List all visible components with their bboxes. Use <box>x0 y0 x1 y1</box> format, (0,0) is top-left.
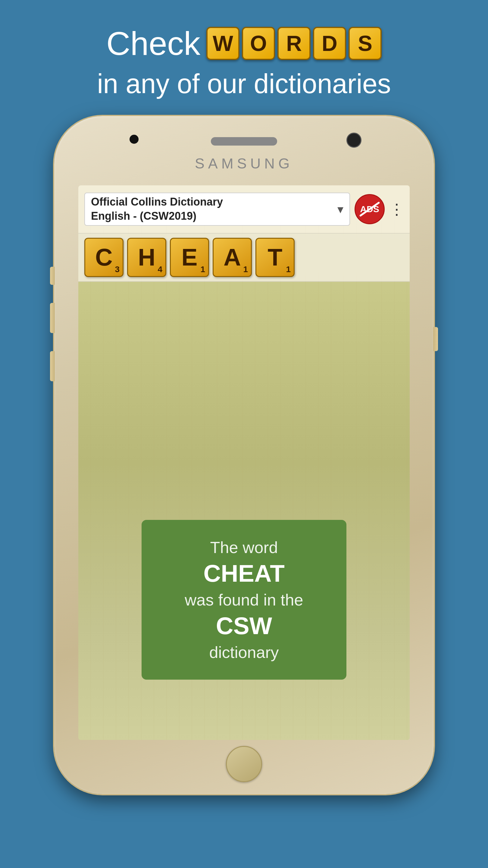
phone-mockup: SAMSUNG Official Collins Dictionary Engl… <box>48 112 440 799</box>
phone-top-hardware: SAMSUNG <box>54 116 434 182</box>
tile-letter-t: T <box>268 245 283 270</box>
letter-tile-h: H 4 <box>127 238 166 277</box>
dictionary-label: Official Collins Dictionary English - (C… <box>91 195 223 223</box>
result-dict-abbr: CSW <box>157 612 331 640</box>
letter-tile-t: T 1 <box>255 238 295 277</box>
word-tile-s: S <box>349 27 382 60</box>
header-section: Check W O R D S in any of our dictionari… <box>0 0 488 112</box>
letter-tiles-row: C 3 H 4 E 1 A 1 T 1 <box>78 234 410 282</box>
result-word: CHEAT <box>157 560 331 587</box>
word-tile-d: D <box>313 27 346 60</box>
phone-body: SAMSUNG Official Collins Dictionary Engl… <box>54 116 434 794</box>
dictionary-line2: English - (CSW2019) <box>91 209 223 223</box>
tile-points-t: 1 <box>286 265 291 274</box>
word-tile-o: O <box>242 27 275 60</box>
word-tile-r: R <box>278 27 311 60</box>
letter-tile-c: C 3 <box>84 238 124 277</box>
phone-power-button <box>433 327 438 351</box>
dictionary-dropdown[interactable]: Official Collins Dictionary English - (C… <box>84 193 350 226</box>
app-bar: Official Collins Dictionary English - (C… <box>78 185 410 234</box>
phone-front-camera <box>347 133 361 148</box>
header-line1: Check W O R D S <box>106 24 382 62</box>
result-line2: was found in the <box>157 590 331 609</box>
home-button[interactable] <box>226 746 262 782</box>
more-menu-icon[interactable]: ⋮ <box>389 200 404 218</box>
phone-bottom-area <box>226 740 262 794</box>
tile-points-c: 3 <box>115 265 120 274</box>
phone-speaker <box>211 137 277 146</box>
result-card: The word CHEAT was found in the CSW dict… <box>141 520 347 680</box>
dictionary-line1: Official Collins Dictionary <box>91 195 223 209</box>
words-tiles: W O R D S <box>206 27 382 60</box>
tile-points-h: 4 <box>158 265 162 274</box>
result-line3: dictionary <box>157 643 331 661</box>
samsung-logo: SAMSUNG <box>195 155 293 172</box>
header-subtitle: in any of our dictionaries <box>97 68 391 99</box>
word-tile-w: W <box>206 27 239 60</box>
phone-bixby-button <box>50 351 55 381</box>
tile-letter-h: H <box>138 245 156 270</box>
ads-label: ADS <box>360 204 379 214</box>
phone-screen: Official Collins Dictionary English - (C… <box>78 185 410 740</box>
tile-letter-a: A <box>224 245 241 270</box>
tile-points-e: 1 <box>200 265 205 274</box>
dropdown-arrow-icon: ▾ <box>337 202 344 216</box>
phone-volume-up <box>50 267 55 285</box>
tile-points-a: 1 <box>243 265 248 274</box>
letter-tile-a: A 1 <box>213 238 252 277</box>
phone-volume-down <box>50 303 55 333</box>
result-line1: The word <box>157 538 331 557</box>
letter-tile-e: E 1 <box>170 238 209 277</box>
phone-sensor <box>130 135 138 144</box>
tile-letter-e: E <box>181 245 197 270</box>
tile-letter-c: C <box>95 245 113 270</box>
check-label: Check <box>106 24 200 62</box>
ads-badge[interactable]: ADS <box>355 194 385 224</box>
